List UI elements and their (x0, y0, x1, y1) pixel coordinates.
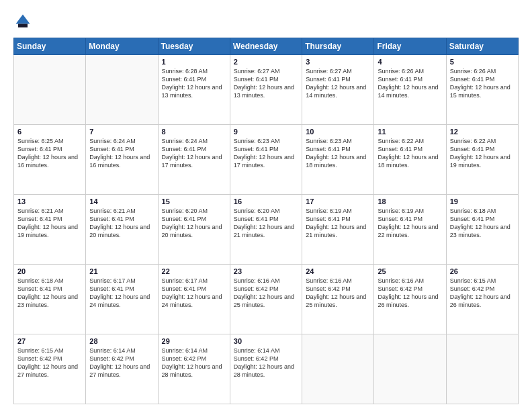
day-info: Sunrise: 6:25 AM Sunset: 6:41 PM Dayligh… (17, 137, 82, 170)
calendar-cell: 10Sunrise: 6:23 AM Sunset: 6:41 PM Dayli… (302, 125, 374, 195)
weekday-header-friday: Friday (374, 38, 446, 55)
day-info: Sunrise: 6:21 AM Sunset: 6:41 PM Dayligh… (89, 207, 154, 240)
calendar-cell: 8Sunrise: 6:24 AM Sunset: 6:41 PM Daylig… (158, 125, 230, 195)
logo-icon (13, 12, 32, 31)
day-number: 11 (378, 128, 442, 136)
day-info: Sunrise: 6:19 AM Sunset: 6:41 PM Dayligh… (306, 207, 370, 240)
day-number: 10 (306, 128, 370, 136)
calendar-table: SundayMondayTuesdayWednesdayThursdayFrid… (13, 38, 519, 404)
weekday-header-wednesday: Wednesday (230, 38, 302, 55)
calendar-cell: 17Sunrise: 6:19 AM Sunset: 6:41 PM Dayli… (302, 195, 374, 265)
calendar-cell (446, 334, 518, 404)
day-number: 21 (89, 267, 154, 275)
day-number: 1 (162, 58, 226, 66)
day-info: Sunrise: 6:16 AM Sunset: 6:42 PM Dayligh… (234, 277, 298, 310)
day-info: Sunrise: 6:17 AM Sunset: 6:41 PM Dayligh… (89, 277, 154, 310)
day-number: 19 (450, 197, 515, 205)
day-number: 7 (89, 128, 154, 136)
calendar-cell: 20Sunrise: 6:18 AM Sunset: 6:41 PM Dayli… (14, 265, 86, 334)
day-info: Sunrise: 6:21 AM Sunset: 6:41 PM Dayligh… (17, 207, 82, 240)
calendar-cell: 28Sunrise: 6:14 AM Sunset: 6:42 PM Dayli… (86, 334, 158, 404)
calendar-cell: 18Sunrise: 6:19 AM Sunset: 6:41 PM Dayli… (374, 195, 446, 265)
day-info: Sunrise: 6:16 AM Sunset: 6:42 PM Dayligh… (306, 277, 370, 310)
day-number: 24 (306, 267, 370, 275)
calendar-cell: 5Sunrise: 6:26 AM Sunset: 6:41 PM Daylig… (446, 55, 518, 125)
header (13, 12, 519, 31)
calendar-cell: 19Sunrise: 6:18 AM Sunset: 6:41 PM Dayli… (446, 195, 518, 265)
calendar-cell (374, 334, 446, 404)
calendar-cell: 24Sunrise: 6:16 AM Sunset: 6:42 PM Dayli… (302, 265, 374, 334)
calendar-cell: 1Sunrise: 6:28 AM Sunset: 6:41 PM Daylig… (158, 55, 230, 125)
week-row-3: 13Sunrise: 6:21 AM Sunset: 6:41 PM Dayli… (14, 195, 519, 265)
day-number: 23 (234, 267, 298, 275)
day-number: 13 (17, 197, 82, 205)
day-number: 12 (450, 128, 515, 136)
calendar-cell: 11Sunrise: 6:22 AM Sunset: 6:41 PM Dayli… (374, 125, 446, 195)
calendar-cell: 2Sunrise: 6:27 AM Sunset: 6:41 PM Daylig… (230, 55, 302, 125)
calendar-cell: 21Sunrise: 6:17 AM Sunset: 6:41 PM Dayli… (86, 265, 158, 334)
day-info: Sunrise: 6:24 AM Sunset: 6:41 PM Dayligh… (89, 137, 154, 170)
calendar-cell: 15Sunrise: 6:20 AM Sunset: 6:41 PM Dayli… (158, 195, 230, 265)
day-info: Sunrise: 6:26 AM Sunset: 6:41 PM Dayligh… (378, 67, 442, 100)
weekday-header-row: SundayMondayTuesdayWednesdayThursdayFrid… (14, 38, 519, 55)
day-number: 22 (162, 267, 226, 275)
day-number: 15 (162, 197, 226, 205)
week-row-4: 20Sunrise: 6:18 AM Sunset: 6:41 PM Dayli… (14, 265, 519, 334)
day-info: Sunrise: 6:27 AM Sunset: 6:41 PM Dayligh… (306, 67, 370, 100)
day-number: 26 (450, 267, 515, 275)
day-info: Sunrise: 6:24 AM Sunset: 6:41 PM Dayligh… (162, 137, 226, 170)
svg-marker-0 (16, 15, 30, 24)
day-info: Sunrise: 6:23 AM Sunset: 6:41 PM Dayligh… (234, 137, 298, 170)
calendar-cell: 7Sunrise: 6:24 AM Sunset: 6:41 PM Daylig… (86, 125, 158, 195)
weekday-header-saturday: Saturday (446, 38, 518, 55)
day-info: Sunrise: 6:19 AM Sunset: 6:41 PM Dayligh… (378, 207, 442, 240)
day-info: Sunrise: 6:22 AM Sunset: 6:41 PM Dayligh… (450, 137, 515, 170)
calendar-cell: 30Sunrise: 6:14 AM Sunset: 6:42 PM Dayli… (230, 334, 302, 404)
day-info: Sunrise: 6:15 AM Sunset: 6:42 PM Dayligh… (450, 277, 515, 310)
calendar-cell: 27Sunrise: 6:15 AM Sunset: 6:42 PM Dayli… (14, 334, 86, 404)
day-info: Sunrise: 6:23 AM Sunset: 6:41 PM Dayligh… (306, 137, 370, 170)
logo (13, 12, 35, 31)
day-number: 30 (234, 337, 298, 345)
day-number: 4 (378, 58, 442, 66)
day-info: Sunrise: 6:14 AM Sunset: 6:42 PM Dayligh… (162, 347, 226, 379)
calendar-cell: 23Sunrise: 6:16 AM Sunset: 6:42 PM Dayli… (230, 265, 302, 334)
page: SundayMondayTuesdayWednesdayThursdayFrid… (0, 0, 532, 411)
calendar-cell: 14Sunrise: 6:21 AM Sunset: 6:41 PM Dayli… (86, 195, 158, 265)
calendar-cell: 29Sunrise: 6:14 AM Sunset: 6:42 PM Dayli… (158, 334, 230, 404)
day-number: 25 (378, 267, 442, 275)
day-number: 2 (234, 58, 298, 66)
day-info: Sunrise: 6:15 AM Sunset: 6:42 PM Dayligh… (17, 347, 82, 379)
day-info: Sunrise: 6:18 AM Sunset: 6:41 PM Dayligh… (17, 277, 82, 310)
weekday-header-tuesday: Tuesday (158, 38, 230, 55)
day-info: Sunrise: 6:27 AM Sunset: 6:41 PM Dayligh… (234, 67, 298, 100)
calendar-cell: 3Sunrise: 6:27 AM Sunset: 6:41 PM Daylig… (302, 55, 374, 125)
calendar-cell: 4Sunrise: 6:26 AM Sunset: 6:41 PM Daylig… (374, 55, 446, 125)
week-row-5: 27Sunrise: 6:15 AM Sunset: 6:42 PM Dayli… (14, 334, 519, 404)
weekday-header-thursday: Thursday (302, 38, 374, 55)
weekday-header-sunday: Sunday (14, 38, 86, 55)
weekday-header-monday: Monday (86, 38, 158, 55)
day-number: 18 (378, 197, 442, 205)
calendar-cell (14, 55, 86, 125)
day-info: Sunrise: 6:28 AM Sunset: 6:41 PM Dayligh… (162, 67, 226, 100)
day-number: 27 (17, 337, 82, 345)
day-info: Sunrise: 6:17 AM Sunset: 6:41 PM Dayligh… (162, 277, 226, 310)
calendar-cell: 12Sunrise: 6:22 AM Sunset: 6:41 PM Dayli… (446, 125, 518, 195)
day-info: Sunrise: 6:14 AM Sunset: 6:42 PM Dayligh… (234, 347, 298, 379)
day-number: 28 (89, 337, 154, 345)
day-info: Sunrise: 6:18 AM Sunset: 6:41 PM Dayligh… (450, 207, 515, 240)
day-info: Sunrise: 6:20 AM Sunset: 6:41 PM Dayligh… (234, 207, 298, 240)
day-number: 8 (162, 128, 226, 136)
calendar-cell (86, 55, 158, 125)
day-number: 16 (234, 197, 298, 205)
day-number: 5 (450, 58, 515, 66)
calendar-cell: 26Sunrise: 6:15 AM Sunset: 6:42 PM Dayli… (446, 265, 518, 334)
day-number: 29 (162, 337, 226, 345)
day-info: Sunrise: 6:14 AM Sunset: 6:42 PM Dayligh… (89, 347, 154, 379)
calendar-cell: 16Sunrise: 6:20 AM Sunset: 6:41 PM Dayli… (230, 195, 302, 265)
day-info: Sunrise: 6:20 AM Sunset: 6:41 PM Dayligh… (162, 207, 226, 240)
calendar-cell: 22Sunrise: 6:17 AM Sunset: 6:41 PM Dayli… (158, 265, 230, 334)
calendar-cell: 9Sunrise: 6:23 AM Sunset: 6:41 PM Daylig… (230, 125, 302, 195)
calendar-cell: 13Sunrise: 6:21 AM Sunset: 6:41 PM Dayli… (14, 195, 86, 265)
